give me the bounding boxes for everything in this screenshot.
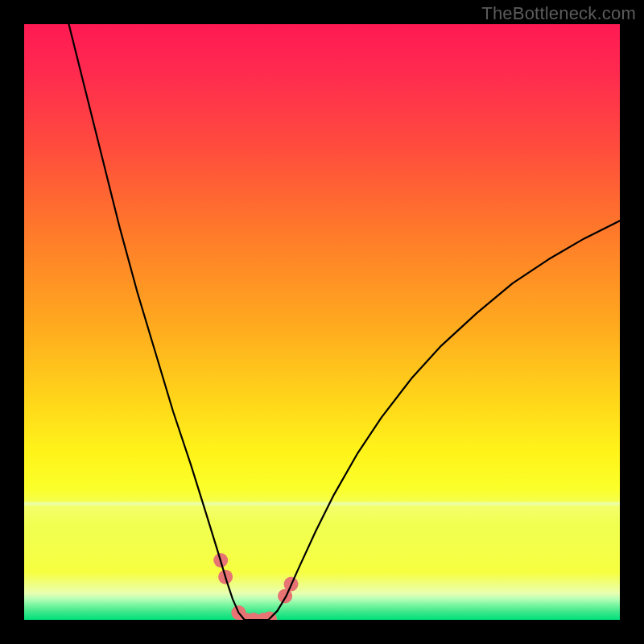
chart-frame: { "watermark": "TheBottleneck.com", "cha…: [0, 0, 644, 644]
watermark-text: TheBottleneck.com: [481, 3, 636, 24]
bottleneck-chart: [0, 0, 644, 644]
gradient-background: [24, 24, 620, 620]
